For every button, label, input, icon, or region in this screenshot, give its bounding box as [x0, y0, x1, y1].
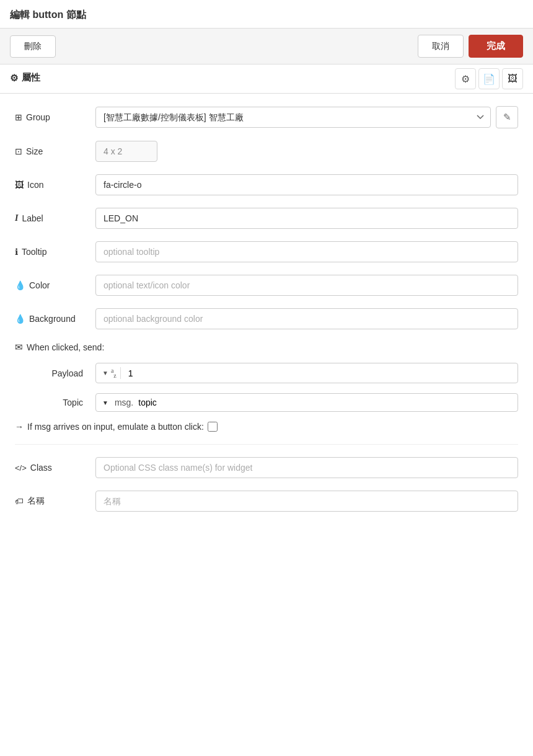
- background-input[interactable]: [95, 308, 518, 329]
- color-label: 💧 Color: [15, 280, 89, 290]
- group-row: ⊞ Group [智慧工廠數據/控制儀表板] 智慧工廠 ✎: [15, 106, 518, 128]
- envelope-icon: ✉: [15, 342, 23, 353]
- tab-icons: ⚙ 📄 🖼: [455, 68, 523, 89]
- tab-properties[interactable]: ⚙ 屬性: [10, 64, 40, 93]
- tag-icon: 🏷: [15, 496, 24, 506]
- info-icon: ℹ: [15, 247, 18, 257]
- group-label-text: Group: [26, 112, 50, 122]
- size-input: [95, 141, 157, 162]
- when-clicked-section: ✉ When clicked, send:: [15, 342, 518, 353]
- name-label-text: 名稱: [27, 496, 45, 507]
- color-icon: 💧: [15, 280, 25, 290]
- label-input[interactable]: [95, 208, 518, 229]
- dropdown-arrow-icon: ▼: [102, 370, 108, 376]
- icon-input[interactable]: [95, 174, 518, 195]
- payload-type-toggle[interactable]: ▼ az: [102, 367, 121, 379]
- tab-icon-image[interactable]: 🖼: [502, 68, 523, 89]
- color-input[interactable]: [95, 275, 518, 296]
- icon-field-icon: 🖼: [15, 180, 24, 190]
- class-input[interactable]: [95, 457, 518, 478]
- background-label: 💧 Background: [15, 314, 89, 324]
- size-icon: ⊡: [15, 146, 22, 156]
- size-label: ⊡ Size: [15, 146, 89, 156]
- page-title: 編輯 button 節點: [0, 0, 533, 28]
- group-select[interactable]: [智慧工廠數據/控制儀表板] 智慧工廠: [95, 107, 491, 128]
- name-row: 🏷 名稱: [15, 491, 518, 512]
- group-label: ⊞ Group: [15, 112, 89, 122]
- tooltip-label-text: Tooltip: [22, 247, 46, 257]
- icon-label-text: Icon: [27, 180, 43, 190]
- background-icon: 💧: [15, 314, 25, 324]
- topic-label: Topic: [15, 398, 89, 407]
- topic-input-container: ▼ msg.: [95, 393, 518, 412]
- name-input[interactable]: [95, 491, 518, 512]
- form-area: ⊞ Group [智慧工廠數據/控制儀表板] 智慧工廠 ✎ ⊡ Size 🖼 I…: [0, 94, 533, 536]
- emulate-row: → If msg arrives on input, emulate a but…: [15, 422, 518, 432]
- group-icon: ⊞: [15, 112, 22, 122]
- label-row: I Label: [15, 208, 518, 229]
- tab-icon-settings[interactable]: ⚙: [455, 68, 476, 89]
- payload-type-icon: az: [111, 367, 117, 379]
- divider: [15, 444, 518, 445]
- icon-row: 🖼 Icon: [15, 174, 518, 195]
- label-icon: I: [15, 213, 18, 223]
- tooltip-label: ℹ Tooltip: [15, 247, 89, 257]
- gear-icon: ⚙: [10, 73, 18, 84]
- background-label-text: Background: [29, 314, 76, 324]
- label-label-text: Label: [22, 213, 43, 223]
- topic-dropdown-arrow[interactable]: ▼: [102, 399, 108, 406]
- tab-properties-label: 屬性: [22, 72, 40, 84]
- payload-input-container: ▼ az: [95, 363, 518, 383]
- arrow-icon: →: [15, 422, 24, 432]
- topic-value-input[interactable]: [138, 398, 511, 407]
- label-label: I Label: [15, 213, 89, 223]
- code-icon: </>: [15, 463, 27, 473]
- delete-button[interactable]: 刪除: [10, 35, 56, 58]
- group-edit-button[interactable]: ✎: [496, 106, 518, 128]
- size-label-text: Size: [26, 146, 43, 156]
- group-select-container: [智慧工廠數據/控制儀表板] 智慧工廠 ✎: [95, 106, 518, 128]
- topic-row: Topic ▼ msg.: [15, 393, 518, 412]
- name-label: 🏷 名稱: [15, 496, 89, 507]
- color-label-text: Color: [29, 280, 50, 290]
- pencil-icon: ✎: [503, 112, 511, 123]
- payload-label: Payload: [15, 368, 89, 378]
- topic-prefix: msg.: [115, 398, 133, 407]
- class-label-text: Class: [30, 463, 52, 473]
- emulate-label: If msg arrives on input, emulate a butto…: [27, 422, 204, 432]
- tabs-row: ⚙ 屬性 ⚙ 📄 🖼: [0, 64, 533, 94]
- tooltip-row: ℹ Tooltip: [15, 241, 518, 262]
- icon-label: 🖼 Icon: [15, 180, 89, 190]
- done-button[interactable]: 完成: [469, 35, 523, 58]
- when-clicked-label: When clicked, send:: [27, 342, 104, 352]
- tooltip-input[interactable]: [95, 241, 518, 262]
- payload-row: Payload ▼ az: [15, 363, 518, 383]
- class-label: </> Class: [15, 463, 89, 473]
- toolbar-right: 取消 完成: [418, 35, 523, 58]
- payload-value-input[interactable]: [128, 368, 511, 378]
- size-row: ⊡ Size: [15, 141, 518, 162]
- emulate-checkbox[interactable]: [208, 422, 218, 432]
- class-row: </> Class: [15, 457, 518, 478]
- tab-icon-doc[interactable]: 📄: [478, 68, 500, 89]
- color-row: 💧 Color: [15, 275, 518, 296]
- background-row: 💧 Background: [15, 308, 518, 329]
- cancel-button[interactable]: 取消: [418, 35, 464, 58]
- toolbar: 刪除 取消 完成: [0, 28, 533, 64]
